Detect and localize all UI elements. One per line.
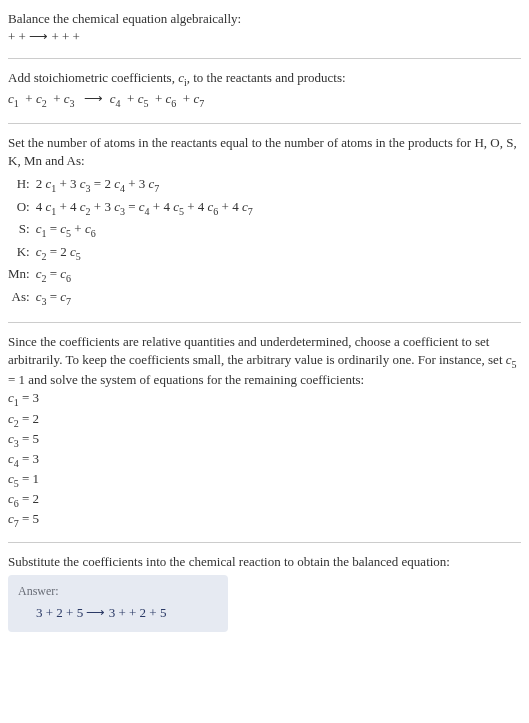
atoms-section: Set the number of atoms in the reactants… bbox=[8, 130, 521, 316]
stoich-eq-span: c1 + c2 + c3 ⟶ c4 + c5 + c6 + c7 bbox=[8, 91, 204, 106]
substitute-intro: Substitute the coefficients into the che… bbox=[8, 553, 521, 571]
atom-label: S: bbox=[8, 219, 36, 242]
stoich-equation: c1 + c2 + c3 ⟶ c4 + c5 + c6 + c7 bbox=[8, 90, 521, 111]
list-item: c2 = 2 bbox=[8, 410, 521, 430]
atom-label: As: bbox=[8, 287, 36, 310]
intro-equation: + + ⟶ + + + bbox=[8, 28, 521, 46]
atom-label: O: bbox=[8, 197, 36, 220]
intro-line1: Balance the chemical equation algebraica… bbox=[8, 10, 521, 28]
table-row: As: c3 = c7 bbox=[8, 287, 259, 310]
atoms-table: H: 2 c1 + 3 c3 = 2 c4 + 3 c7 O: 4 c1 + 4… bbox=[8, 174, 259, 310]
divider bbox=[8, 322, 521, 323]
answer-equation: 3 + 2 + 5 ⟶ 3 + + 2 + 5 bbox=[18, 604, 218, 622]
answer-label: Answer: bbox=[18, 583, 218, 600]
table-row: O: 4 c1 + 4 c2 + 3 c3 = c4 + 4 c5 + 4 c6… bbox=[8, 197, 259, 220]
intro-section: Balance the chemical equation algebraica… bbox=[8, 6, 521, 52]
list-item: c3 = 5 bbox=[8, 430, 521, 450]
atoms-intro: Set the number of atoms in the reactants… bbox=[8, 134, 521, 170]
answer-box: Answer: 3 + 2 + 5 ⟶ 3 + + 2 + 5 bbox=[8, 575, 228, 632]
list-item: c7 = 5 bbox=[8, 510, 521, 530]
stoich-text: Add stoichiometric coefficients, ci, to … bbox=[8, 69, 521, 90]
divider bbox=[8, 123, 521, 124]
substitute-section: Substitute the coefficients into the che… bbox=[8, 549, 521, 638]
atom-label: K: bbox=[8, 242, 36, 265]
solve-intro: Since the coefficients are relative quan… bbox=[8, 333, 521, 390]
divider bbox=[8, 542, 521, 543]
table-row: K: c2 = 2 c5 bbox=[8, 242, 259, 265]
coefficient-list: c1 = 3 c2 = 2 c3 = 5 c4 = 3 c5 = 1 c6 = … bbox=[8, 389, 521, 530]
page: Balance the chemical equation algebraica… bbox=[0, 0, 529, 648]
atom-eq: c1 = c5 + c6 bbox=[36, 219, 259, 242]
table-row: S: c1 = c5 + c6 bbox=[8, 219, 259, 242]
table-row: Mn: c2 = c6 bbox=[8, 264, 259, 287]
stoich-text-span: Add stoichiometric coefficients, ci, to … bbox=[8, 70, 346, 85]
atom-label: Mn: bbox=[8, 264, 36, 287]
solve-section: Since the coefficients are relative quan… bbox=[8, 329, 521, 537]
atom-eq: 2 c1 + 3 c3 = 2 c4 + 3 c7 bbox=[36, 174, 259, 197]
atom-eq: c2 = 2 c5 bbox=[36, 242, 259, 265]
stoich-section: Add stoichiometric coefficients, ci, to … bbox=[8, 65, 521, 116]
table-row: H: 2 c1 + 3 c3 = 2 c4 + 3 c7 bbox=[8, 174, 259, 197]
atom-eq: c3 = c7 bbox=[36, 287, 259, 310]
list-item: c5 = 1 bbox=[8, 470, 521, 490]
atom-eq: c2 = c6 bbox=[36, 264, 259, 287]
list-item: c1 = 3 bbox=[8, 389, 521, 409]
atom-label: H: bbox=[8, 174, 36, 197]
list-item: c6 = 2 bbox=[8, 490, 521, 510]
list-item: c4 = 3 bbox=[8, 450, 521, 470]
divider bbox=[8, 58, 521, 59]
atom-eq: 4 c1 + 4 c2 + 3 c3 = c4 + 4 c5 + 4 c6 + … bbox=[36, 197, 259, 220]
